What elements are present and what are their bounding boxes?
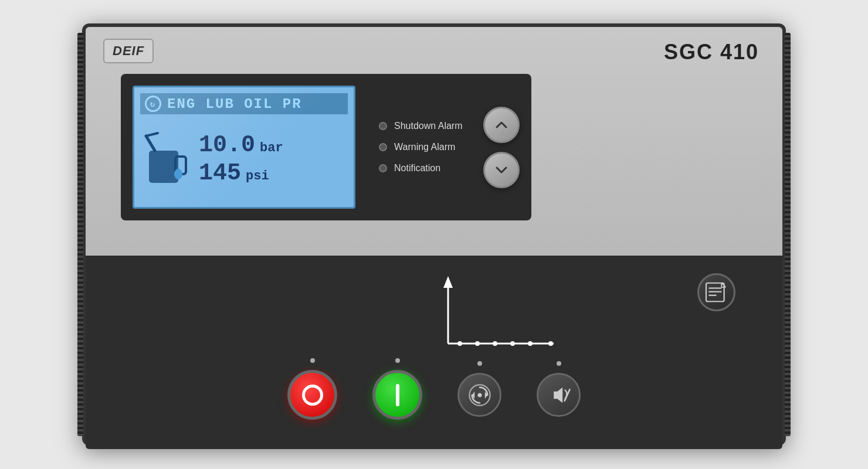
lcd-screen: ↻ ENG LUB OIL PR [133,86,355,209]
bottom-buttons-row [287,370,581,420]
svg-point-12 [510,341,515,346]
mode-btn-wrapper [457,373,501,417]
value-row-psi: 145 psi [199,162,283,185]
mode-icon [467,382,493,408]
model-title: SGC 410 [664,40,759,64]
lcd-values: 10.0 bar 145 psi [199,134,283,185]
mode-button[interactable] [457,373,501,417]
warning-dot [379,143,387,151]
status-indicators: Shutdown Alarm Warning Alarm Notificatio… [379,121,463,174]
lcd-title-bar: ↻ ENG LUB OIL PR [140,93,348,114]
status-warning: Warning Alarm [379,142,463,152]
log-button[interactable] [697,273,735,311]
refresh-icon: ↻ [145,96,161,112]
unit-psi: psi [246,169,269,183]
chevron-up-icon [493,117,510,133]
svg-marker-7 [443,276,453,288]
arrow-diagram [401,273,565,349]
status-notification: Notification [379,163,463,174]
start-icon [396,384,399,406]
svg-point-11 [493,341,497,346]
svg-point-13 [528,341,533,346]
mute-indicator-dot [557,361,561,366]
shutdown-label: Shutdown Alarm [394,121,463,131]
warning-label: Warning Alarm [394,142,455,152]
svg-point-14 [548,341,553,346]
svg-point-10 [475,341,480,346]
start-btn-wrapper [372,370,422,420]
stop-button[interactable] [287,370,337,420]
status-shutdown: Shutdown Alarm [379,121,463,131]
chevron-down-icon [493,162,510,178]
value-bar: 10.0 [199,134,255,157]
value-row-bar: 10.0 bar [199,134,283,157]
start-button[interactable] [372,370,422,420]
shutdown-dot [379,122,387,130]
display-module: ↻ ENG LUB OIL PR [121,74,531,220]
mute-button[interactable] [537,373,581,417]
top-section: DEIF SGC 410 ↻ ENG LUB OIL PR [86,27,782,256]
svg-marker-23 [554,387,562,402]
stop-indicator-dot [310,358,315,363]
notification-label: Notification [394,163,440,174]
svg-line-1 [146,136,155,151]
lcd-title: ENG LUB OIL PR [167,96,302,112]
stop-btn-wrapper [287,370,337,420]
stop-icon [302,385,323,406]
mode-indicator-dot [477,361,482,366]
lcd-body: 10.0 bar 145 psi [140,117,348,201]
nav-up-button[interactable] [483,107,520,143]
oil-can-icon [143,127,190,192]
nav-buttons [483,107,520,188]
svg-point-22 [477,393,482,397]
svg-point-9 [457,341,462,346]
bottom-section [86,256,782,449]
log-icon [703,282,730,303]
nav-down-button[interactable] [483,152,520,188]
mute-btn-wrapper [537,373,581,417]
mute-icon [546,382,572,408]
notification-dot [379,164,387,172]
unit-bar: bar [260,141,283,155]
value-psi: 145 [199,162,241,185]
start-indicator-dot [395,358,400,363]
svg-line-2 [146,133,158,136]
deif-logo: DEIF [103,39,154,63]
svg-rect-0 [149,151,178,183]
control-panel: DEIF SGC 410 ↻ ENG LUB OIL PR [82,23,786,446]
